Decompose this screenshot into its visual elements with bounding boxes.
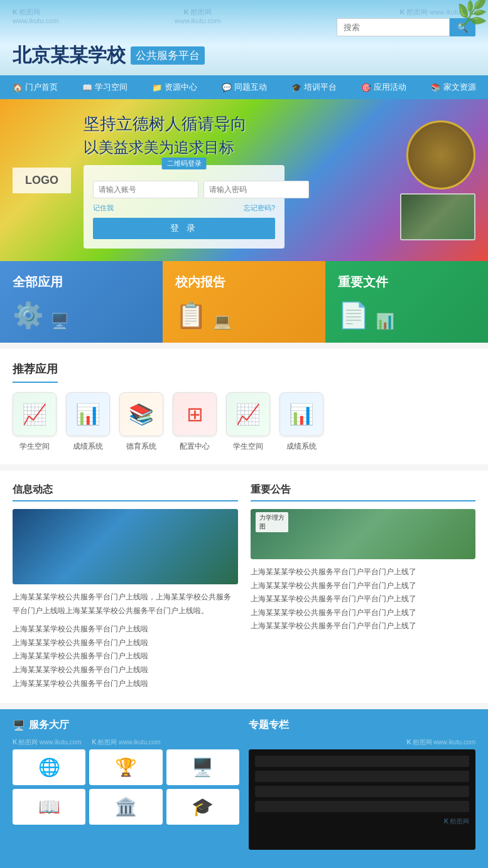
login-button[interactable]: 登 录 — [93, 218, 275, 239]
site-subtitle: 公共服务平台 — [131, 46, 205, 65]
app-label-0: 学生空间 — [19, 441, 50, 452]
search-input[interactable] — [337, 18, 450, 36]
app-label-3: 配置中心 — [180, 441, 210, 452]
watermark-1: K 酷图网 www.ikutu.com — [13, 8, 58, 36]
header: K 酷图网 www.ikutu.com K 酷图网 www.ikutu.com … — [0, 0, 488, 75]
main-nav: 🏠 门户首页 📖 学习空间 📁 资源中心 💬 同题互动 🎓 培训平台 🎯 应用活… — [0, 75, 488, 99]
notice-line-4: 上海某某某学校公共服务平台门户平台门户上线了 — [251, 619, 476, 633]
nav-item-activities[interactable]: 🎯 应用活动 — [356, 80, 411, 94]
nav-item-resources[interactable]: 📁 资源中心 — [147, 80, 202, 94]
notice-lines: 上海某某某学校公共服务平台门户平台门户上线了 上海某某某学校公共服务平台门户平台… — [251, 565, 476, 633]
app-item-1[interactable]: 📊 成绩系统 — [66, 392, 110, 452]
app-item-0[interactable]: 📈 学生空间 — [13, 392, 57, 452]
info-lines: 上海某某某学校公共服务平台门户上线啦 上海某某某学校公共服务平台门户上线啦 上海… — [13, 623, 238, 690]
box-report-title: 校内报告 — [175, 274, 313, 291]
info-line-2: 上海某某某学校公共服务平台门户上线啦 — [13, 650, 238, 663]
info-line-4: 上海某某某学校公共服务平台门户上线啦 — [13, 677, 238, 691]
service-hall-title: 🖥️ 服务大厅 — [13, 719, 239, 732]
box-report-icon-laptop: 💻 — [213, 313, 232, 330]
notice-line-3: 上海某某某学校公共服务平台门户平台门户上线了 — [251, 606, 476, 620]
notice-line-1: 上海某某某学校公共服务平台门户平台门户上线了 — [251, 579, 476, 593]
box-files[interactable]: 重要文件 📄 📊 — [325, 261, 488, 343]
box-all-icon-computer: 🖥️ — [50, 313, 69, 330]
app-icon-0: 📈 — [13, 392, 57, 436]
app-icon-5: 📊 — [279, 392, 323, 436]
monitor-icon: 🖥️ — [13, 719, 25, 731]
recommended-title: 推荐应用 — [13, 362, 58, 383]
info-main-text: 上海某某某学校公共服务平台门户上线啦，上海某某学校公共服务平台门户上线啦上海某某… — [13, 591, 238, 618]
service-items-grid: 🌐 🏆 🖥️ 📖 🏛️ 🎓 — [13, 749, 239, 825]
bank-icon: 🏛️ — [115, 796, 137, 817]
box-report[interactable]: 校内报告 📋 💻 — [163, 261, 325, 343]
forgot-password[interactable]: 忘记密码? — [244, 203, 275, 213]
banner-rect-image — [400, 193, 475, 240]
app-item-5[interactable]: 📊 成绩系统 — [279, 392, 323, 452]
notice-title: 重要公告 — [251, 483, 476, 501]
service-item-globe[interactable]: 🌐 — [13, 749, 85, 785]
app-item-3[interactable]: ⊞ 配置中心 — [173, 392, 217, 452]
box-all-icon-gear: ⚙️ — [13, 301, 44, 330]
username-input[interactable] — [93, 181, 198, 198]
info-image — [13, 509, 238, 584]
graduate-icon: 🎓 — [192, 796, 214, 817]
notice-image: 力学理方图 — [251, 509, 476, 559]
nav-item-study[interactable]: 📖 学习空间 — [77, 80, 133, 94]
service-item-graduate[interactable]: 🎓 — [166, 789, 239, 825]
watermark-2: K 酷图网 www.ikutu.com — [175, 8, 220, 36]
book-icon: 📖 — [38, 796, 60, 817]
app-icon-2: 📚 — [119, 392, 163, 436]
apps-grid: 📈 学生空间 📊 成绩系统 📚 德育系统 ⊞ 配置中心 📈 学 — [13, 392, 475, 452]
banner-circle-image — [406, 121, 475, 190]
remember-me[interactable]: 记住我 — [93, 203, 114, 213]
box-all-title: 全部应用 — [13, 274, 150, 291]
app-icon-4: 📈 — [226, 392, 270, 436]
recommended-section: 推荐应用 📈 学生空间 📊 成绩系统 📚 德育系统 ⊞ 配置中心 — [0, 349, 488, 464]
special-section: 专题专栏 K 酷图网 www.ikutu.com K 酷图网 — [249, 719, 475, 850]
app-item-2[interactable]: 📚 德育系统 — [119, 392, 163, 452]
password-input[interactable] — [203, 181, 309, 198]
site-title: 北京某某学校 — [13, 43, 126, 68]
box-files-title: 重要文件 — [338, 274, 475, 291]
qr-login-btn[interactable]: 二维码登录 — [162, 158, 207, 169]
box-report-icon-clipboard: 📋 — [175, 301, 207, 330]
three-boxes: 全部应用 ⚙️ 🖥️ 校内报告 📋 💻 重要文件 📄 📊 — [0, 261, 488, 343]
app-label-4: 学生空间 — [233, 441, 263, 452]
app-label-5: 成绩系统 — [286, 441, 317, 452]
banner-line2: 以美益求美为追求目标 — [84, 136, 388, 159]
service-item-monitor[interactable]: 🖥️ — [166, 749, 239, 785]
service-section: 🖥️ 服务大厅 K 酷图网 www.ikutu.com K 酷图网 www.ik… — [0, 709, 488, 859]
banner-images — [400, 121, 475, 240]
info-line-1: 上海某某某学校公共服务平台门户上线啦 — [13, 636, 238, 650]
service-item-bank[interactable]: 🏛️ — [89, 789, 162, 825]
box-all-apps[interactable]: 全部应用 ⚙️ 🖥️ — [0, 261, 163, 343]
nav-item-home[interactable]: 🏠 门户首页 — [8, 80, 63, 94]
footer-links: 友情链接 友情链接 友情链接 友情链接 友情链接 友情链接 — [0, 859, 488, 868]
app-label-2: 德育系统 — [126, 441, 156, 452]
info-title: 信息动态 — [13, 483, 238, 501]
search-button[interactable]: 🔍 — [450, 18, 475, 36]
nav-item-family[interactable]: 📚 家文资源 — [426, 80, 481, 94]
banner-line1: 坚持立德树人循请导向 — [84, 112, 388, 136]
search-area: K 酷图网 www.ikutu.com 🔍 — [337, 8, 475, 36]
award-icon: 🏆 — [115, 757, 137, 778]
nav-item-training[interactable]: 🎓 培训平台 — [286, 80, 342, 94]
box-files-icon-chart: 📊 — [376, 313, 394, 330]
globe-icon: 🌐 — [38, 757, 60, 778]
service-item-award[interactable]: 🏆 — [89, 749, 162, 785]
box-files-icon-doc: 📄 — [338, 301, 369, 330]
login-box: 二维码登录 记住我 忘记密码? 登 录 — [84, 165, 285, 249]
service-item-book[interactable]: 📖 — [13, 789, 85, 825]
info-line-3: 上海某某某学校公共服务平台门户上线啦 — [13, 663, 238, 677]
banner-text-area: 坚持立德树人循请导向 以美益求美为追求目标 二维码登录 记住我 忘记密码? 登 … — [84, 112, 388, 249]
info-col: 信息动态 上海某某某学校公共服务平台门户上线啦，上海某某学校公共服务平台门户上线… — [13, 483, 238, 690]
nav-item-interact[interactable]: 💬 同题互动 — [217, 80, 272, 94]
app-icon-1: 📊 — [66, 392, 110, 436]
app-item-4[interactable]: 📈 学生空间 — [226, 392, 270, 452]
notice-line-0: 上海某某某学校公共服务平台门户平台门户上线了 — [251, 565, 476, 579]
info-line-0: 上海某某某学校公共服务平台门户上线啦 — [13, 623, 238, 636]
app-label-1: 成绩系统 — [73, 441, 103, 452]
app-icon-3: ⊞ — [173, 392, 217, 436]
banner-logo: LOGO — [13, 168, 71, 193]
banner: LOGO 坚持立德树人循请导向 以美益求美为追求目标 二维码登录 记住我 忘记密… — [0, 99, 488, 261]
notice-line-2: 上海某某某学校公共服务平台门户平台门户上线了 — [251, 592, 476, 606]
